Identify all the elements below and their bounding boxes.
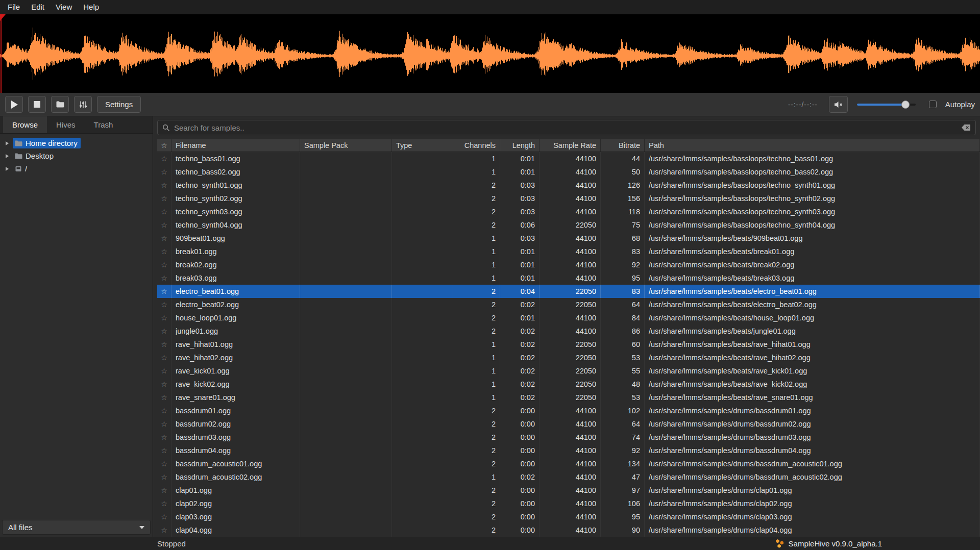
table-row[interactable]: ☆break02.ogg10:014410092/usr/share/lmms/…	[157, 258, 980, 271]
column-header-sample_rate[interactable]: Sample Rate	[540, 139, 601, 152]
table-row[interactable]: ☆break03.ogg10:014410095/usr/share/lmms/…	[157, 271, 980, 285]
tab-trash[interactable]: Trash	[85, 116, 122, 133]
tree-item-root[interactable]: /	[0, 162, 153, 175]
autoplay-checkbox[interactable]	[929, 101, 937, 108]
favorite-star-icon[interactable]: ☆	[161, 341, 167, 348]
cell-bitrate: 60	[601, 338, 645, 351]
table-row[interactable]: ☆rave_snare01.ogg10:022205053/usr/share/…	[157, 391, 980, 404]
table-row[interactable]: ☆techno_bass01.ogg10:014410044/usr/share…	[157, 152, 980, 165]
favorite-star-icon[interactable]: ☆	[161, 208, 167, 215]
favorite-star-icon[interactable]: ☆	[161, 354, 167, 361]
column-header-sample_pack[interactable]: Sample Pack	[300, 139, 392, 152]
favorite-star-icon[interactable]: ☆	[161, 407, 167, 414]
tune-button[interactable]	[74, 96, 92, 113]
table-row[interactable]: ☆bassdrum02.ogg20:004410064/usr/share/lm…	[157, 417, 980, 431]
cell-bitrate: 106	[601, 497, 645, 510]
favorite-star-icon[interactable]: ☆	[161, 168, 167, 176]
tree-item-home-directory[interactable]: Home directory	[0, 137, 153, 149]
favorite-star-icon[interactable]: ☆	[161, 195, 167, 202]
favorite-star-icon[interactable]: ☆	[161, 274, 167, 282]
mute-button[interactable]	[829, 96, 848, 113]
file-filter-dropdown[interactable]: All files	[2, 520, 151, 535]
waveform-canvas[interactable]	[0, 14, 980, 93]
favorite-star-icon[interactable]: ☆	[161, 513, 167, 520]
favorite-star-icon[interactable]: ☆	[161, 301, 167, 308]
search-bar[interactable]	[157, 120, 976, 135]
column-header-bitrate[interactable]: Bitrate	[601, 139, 645, 152]
search-input[interactable]	[174, 123, 957, 132]
table-row[interactable]: ☆rave_kick01.ogg10:022205055/usr/share/l…	[157, 364, 980, 378]
menu-item-help[interactable]: Help	[78, 0, 105, 14]
table-row[interactable]: ☆clap04.ogg20:004410090/usr/share/lmms/s…	[157, 523, 980, 537]
table-row[interactable]: ☆techno_synth04.ogg20:062205075/usr/shar…	[157, 218, 980, 232]
favorite-star-icon[interactable]: ☆	[161, 473, 167, 481]
table-row[interactable]: ☆rave_hihat01.ogg10:022205060/usr/share/…	[157, 338, 980, 351]
table-row[interactable]: ☆techno_bass02.ogg10:014410050/usr/share…	[157, 165, 980, 179]
cell-type	[392, 232, 453, 245]
stop-button[interactable]	[28, 96, 46, 113]
table-row[interactable]: ☆jungle01.ogg20:024410086/usr/share/lmms…	[157, 324, 980, 338]
volume-slider-knob[interactable]	[901, 101, 910, 109]
cell-bitrate: 64	[601, 298, 645, 311]
table-row[interactable]: ☆bassdrum01.ogg20:0044100102/usr/share/l…	[157, 404, 980, 417]
favorite-star-icon[interactable]: ☆	[161, 248, 167, 255]
favorite-star-icon[interactable]: ☆	[161, 487, 167, 494]
settings-button[interactable]: Settings	[97, 96, 141, 113]
tab-browse[interactable]: Browse	[3, 116, 47, 133]
favorite-star-icon[interactable]: ☆	[161, 447, 167, 454]
table-row[interactable]: ☆bassdrum04.ogg20:004410092/usr/share/lm…	[157, 444, 980, 457]
table-row[interactable]: ☆909beat01.ogg10:034410068/usr/share/lmm…	[157, 232, 980, 245]
favorite-star-icon[interactable]: ☆	[161, 420, 167, 428]
favorite-star-icon[interactable]: ☆	[161, 261, 167, 268]
menu-item-file[interactable]: File	[2, 0, 26, 14]
tab-hives[interactable]: Hives	[47, 116, 85, 133]
menu-item-view[interactable]: View	[50, 0, 78, 14]
favorite-star-icon[interactable]: ☆	[161, 314, 167, 321]
volume-slider[interactable]	[857, 100, 916, 109]
table-row[interactable]: ☆bassdrum03.ogg20:004410074/usr/share/lm…	[157, 431, 980, 444]
table-row[interactable]: ☆house_loop01.ogg20:014410084/usr/share/…	[157, 311, 980, 324]
table-header: ☆FilenameSample PackTypeChannelsLengthSa…	[157, 139, 980, 152]
favorite-star-icon[interactable]: ☆	[161, 527, 167, 534]
table-row[interactable]: ☆bassdrum_acoustic02.ogg10:024410047/usr…	[157, 470, 980, 484]
table-row[interactable]: ☆clap03.ogg20:004410095/usr/share/lmms/s…	[157, 510, 980, 523]
table-row[interactable]: ☆rave_hihat02.ogg10:022205053/usr/share/…	[157, 351, 980, 364]
menu-item-edit[interactable]: Edit	[26, 0, 50, 14]
table-row[interactable]: ☆electro_beat02.ogg20:022205064/usr/shar…	[157, 298, 980, 311]
favorite-star-icon[interactable]: ☆	[161, 288, 167, 295]
table-row[interactable]: ☆techno_synth02.ogg20:0344100156/usr/sha…	[157, 192, 980, 205]
column-header-length[interactable]: Length	[500, 139, 540, 152]
favorite-star-icon[interactable]: ☆	[161, 394, 167, 401]
favorite-star-icon[interactable]: ☆	[161, 328, 167, 335]
favorite-star-icon[interactable]: ☆	[161, 182, 167, 189]
column-header-path[interactable]: Path	[645, 139, 980, 152]
favorite-star-icon[interactable]: ☆	[161, 381, 167, 388]
table-row[interactable]: ☆clap02.ogg20:0044100106/usr/share/lmms/…	[157, 497, 980, 510]
favorite-star-icon[interactable]: ☆	[161, 460, 167, 467]
table-row[interactable]: ☆techno_synth01.ogg20:0344100126/usr/sha…	[157, 179, 980, 192]
column-header-type[interactable]: Type	[392, 139, 453, 152]
table-row[interactable]: ☆electro_beat01.ogg20:042205083/usr/shar…	[157, 285, 980, 298]
favorite-star-icon[interactable]: ☆	[161, 235, 167, 242]
column-header-channels[interactable]: Channels	[453, 139, 500, 152]
cell-bitrate: 156	[601, 192, 645, 205]
table-row[interactable]: ☆clap01.ogg20:004410097/usr/share/lmms/s…	[157, 484, 980, 497]
table-row[interactable]: ☆break01.ogg10:014410083/usr/share/lmms/…	[157, 245, 980, 258]
table-row[interactable]: ☆techno_synth03.ogg20:0344100118/usr/sha…	[157, 205, 980, 218]
favorite-star-icon[interactable]: ☆	[161, 367, 167, 374]
expander-icon[interactable]	[6, 141, 9, 145]
favorite-star-icon[interactable]: ☆	[161, 500, 167, 507]
tree-item-desktop[interactable]: Desktop	[0, 149, 153, 162]
favorite-star-icon[interactable]: ☆	[161, 434, 167, 441]
loop-folder-button[interactable]	[51, 96, 69, 113]
table-row[interactable]: ☆bassdrum_acoustic01.ogg20:0044100134/us…	[157, 457, 980, 470]
clear-search-icon[interactable]	[961, 124, 971, 131]
column-header-fav[interactable]: ☆	[157, 139, 172, 152]
expander-icon[interactable]	[6, 167, 9, 171]
favorite-star-icon[interactable]: ☆	[161, 155, 167, 162]
favorite-star-icon[interactable]: ☆	[161, 221, 167, 229]
column-header-filename[interactable]: Filename	[172, 139, 300, 152]
play-button[interactable]	[5, 96, 23, 113]
table-row[interactable]: ☆rave_kick02.ogg10:022205048/usr/share/l…	[157, 378, 980, 391]
expander-icon[interactable]	[6, 154, 9, 158]
